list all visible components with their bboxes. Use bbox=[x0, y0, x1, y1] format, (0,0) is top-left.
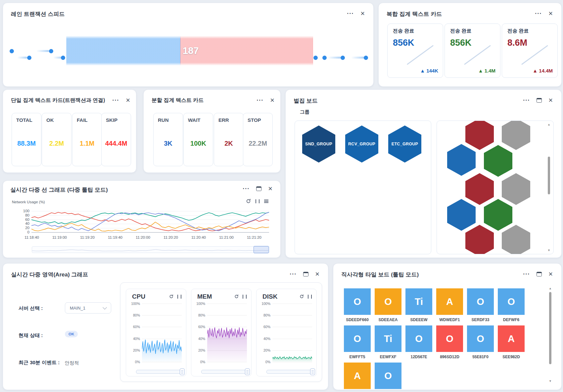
pause-icon[interactable] bbox=[308, 295, 312, 299]
stat-card[interactable]: ERR 2K bbox=[214, 113, 244, 166]
y-tick-label: 40 bbox=[18, 221, 29, 225]
scrollbar-thumb[interactable] bbox=[548, 157, 550, 194]
y-tick-label: 100% bbox=[257, 302, 270, 306]
y-tick-label: 20 bbox=[18, 226, 29, 230]
more-options-icon[interactable]: ··· bbox=[257, 98, 263, 103]
hex-cell-green[interactable] bbox=[484, 145, 512, 177]
close-icon[interactable]: × bbox=[548, 11, 553, 16]
tile[interactable]: A bbox=[498, 325, 525, 352]
close-icon[interactable]: × bbox=[548, 271, 553, 277]
scroll-down-icon[interactable]: ▼ bbox=[548, 379, 552, 383]
tile[interactable]: Ti bbox=[375, 325, 401, 352]
more-options-icon[interactable]: ··· bbox=[523, 272, 530, 276]
stat-card[interactable]: TOTAL 88.3M bbox=[12, 113, 41, 166]
more-options-icon[interactable]: ··· bbox=[243, 186, 250, 191]
scrollbar[interactable]: ▲ ▼ bbox=[548, 287, 552, 386]
more-options-icon[interactable]: ··· bbox=[290, 272, 297, 276]
pause-icon[interactable] bbox=[243, 295, 247, 299]
stat-card[interactable]: RUN 3K bbox=[153, 113, 183, 166]
close-icon[interactable]: × bbox=[126, 98, 130, 103]
group-hexagon[interactable]: SND_GROUP bbox=[302, 125, 335, 163]
composite-card[interactable]: 전송 완료 856K ▲ 1.4M bbox=[445, 24, 500, 78]
close-icon[interactable]: × bbox=[548, 98, 553, 103]
chart-scrollbar[interactable] bbox=[136, 370, 184, 374]
group-hexagon[interactable]: RCV_GROUP bbox=[345, 125, 378, 163]
window-icon[interactable] bbox=[537, 98, 542, 103]
hex-cell-gray[interactable] bbox=[502, 225, 530, 254]
refresh-icon[interactable] bbox=[169, 294, 173, 299]
stat-card[interactable]: FAIL 1.1M bbox=[72, 113, 102, 166]
tile-letter: O bbox=[507, 296, 515, 307]
scroll-down-icon[interactable]: ▼ bbox=[547, 249, 551, 252]
tile[interactable]: Ti bbox=[405, 288, 432, 315]
stat-label: ERR bbox=[218, 117, 229, 123]
disk-area-chart[interactable] bbox=[272, 304, 312, 362]
more-options-icon[interactable]: ··· bbox=[112, 98, 119, 103]
more-options-icon[interactable]: ··· bbox=[523, 98, 530, 103]
tile[interactable]: O bbox=[375, 363, 401, 389]
cpu-area-chart[interactable] bbox=[142, 304, 182, 362]
more-options-icon[interactable]: ··· bbox=[535, 11, 542, 16]
refresh-icon[interactable] bbox=[246, 199, 251, 204]
hex-cell-blue[interactable] bbox=[447, 199, 476, 231]
legend-list-icon[interactable] bbox=[264, 200, 268, 203]
scrollbar-handle[interactable] bbox=[310, 368, 315, 375]
tile[interactable]: A bbox=[436, 288, 463, 315]
brush-selection-handle[interactable] bbox=[254, 246, 269, 253]
tile[interactable]: O bbox=[405, 325, 432, 352]
hex-cell-red[interactable] bbox=[465, 121, 494, 150]
tile[interactable]: O bbox=[436, 325, 463, 352]
chart-brush-track[interactable] bbox=[32, 246, 270, 253]
scrollbar-thumb[interactable] bbox=[549, 292, 551, 364]
stat-card[interactable]: STOP 22.2M bbox=[243, 113, 273, 166]
refresh-icon[interactable] bbox=[234, 294, 239, 299]
tile[interactable]: O bbox=[375, 288, 401, 315]
tile-label: 896SD12D bbox=[434, 355, 465, 359]
network-usage-chart[interactable] bbox=[31, 211, 269, 233]
tile[interactable]: O bbox=[467, 325, 494, 352]
composite-card[interactable]: 전송 완료 8.6M ▲ 14.4M bbox=[502, 24, 558, 78]
tile[interactable]: O bbox=[344, 288, 371, 315]
scrollbar-handle[interactable] bbox=[245, 368, 250, 375]
tile-letter: Ti bbox=[415, 296, 423, 307]
tile[interactable]: O bbox=[344, 325, 371, 352]
close-icon[interactable]: × bbox=[270, 98, 274, 103]
group-hexagon[interactable]: ETC_GROUP bbox=[388, 125, 421, 163]
chart-scrollbar[interactable] bbox=[266, 370, 314, 374]
tile-label: EWFFT5 bbox=[342, 355, 373, 359]
stat-card[interactable]: OK 2.2M bbox=[42, 113, 71, 166]
server-select[interactable]: MAIN_1 bbox=[65, 302, 111, 314]
pause-icon[interactable] bbox=[177, 295, 181, 299]
more-options-icon[interactable]: ··· bbox=[347, 11, 354, 16]
pause-icon[interactable] bbox=[256, 199, 259, 203]
window-icon[interactable] bbox=[256, 186, 261, 191]
tile[interactable]: O bbox=[498, 288, 525, 315]
hex-cell-blue[interactable] bbox=[447, 144, 476, 176]
stat-card[interactable]: SKIP 444.4M bbox=[101, 113, 131, 166]
chart-scrollbar[interactable] bbox=[201, 370, 249, 374]
scrollbar[interactable]: ▲ ▼ bbox=[547, 122, 551, 253]
mem-area-chart[interactable] bbox=[207, 304, 247, 362]
hex-cell-red[interactable] bbox=[465, 173, 494, 205]
scroll-up-icon[interactable]: ▲ bbox=[548, 287, 552, 290]
tile-label: WDWEDF1 bbox=[434, 318, 465, 322]
tile-label: SEE982D bbox=[496, 355, 527, 359]
tile[interactable]: A bbox=[344, 363, 371, 389]
stat-value: 100K bbox=[184, 140, 213, 147]
close-icon[interactable]: × bbox=[268, 186, 272, 191]
scrollbar-handle[interactable] bbox=[180, 368, 185, 375]
stat-card[interactable]: WAIT 100K bbox=[183, 113, 213, 166]
tile[interactable]: O bbox=[467, 288, 494, 315]
hex-cell-red[interactable] bbox=[465, 225, 494, 254]
close-icon[interactable]: × bbox=[315, 271, 319, 277]
refresh-icon[interactable] bbox=[300, 294, 304, 299]
window-icon[interactable] bbox=[537, 272, 542, 276]
close-icon[interactable]: × bbox=[360, 11, 365, 16]
hex-cell-gray[interactable] bbox=[502, 121, 530, 150]
composite-card[interactable]: 전송 완료 856K ▲ 144K bbox=[387, 24, 443, 78]
hex-cell-gray[interactable] bbox=[502, 173, 530, 205]
hex-cell-green[interactable] bbox=[484, 199, 512, 231]
scroll-up-icon[interactable]: ▲ bbox=[547, 123, 551, 126]
tile-letter: O bbox=[477, 333, 484, 344]
window-icon[interactable] bbox=[303, 272, 308, 276]
